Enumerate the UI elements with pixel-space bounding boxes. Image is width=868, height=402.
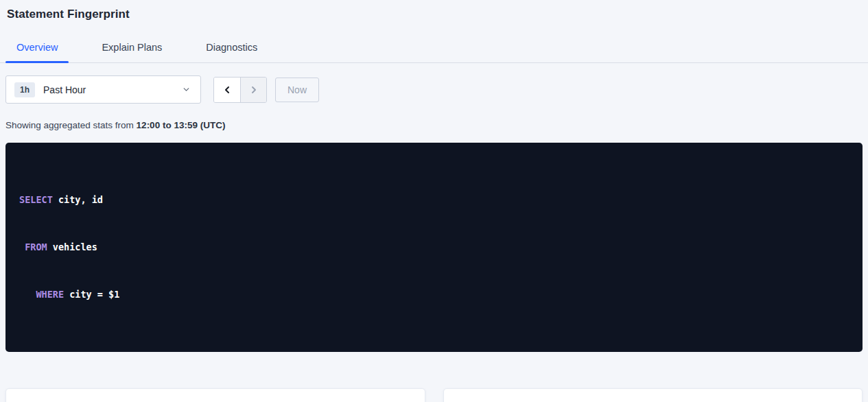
tab-overview[interactable]: Overview — [5, 33, 69, 62]
time-nav-arrows — [213, 77, 267, 103]
sql-indent — [19, 289, 36, 300]
sql-line: WHERE city = $1 — [19, 287, 849, 303]
previous-interval-button[interactable] — [214, 78, 240, 102]
sql-line: SELECT city, id — [19, 192, 849, 208]
next-interval-button[interactable] — [240, 78, 266, 102]
execution-attributes-card: Failed? No Full scan? No Vectorized exec… — [443, 388, 863, 402]
aggregated-stats-summary: Showing aggregated stats from 12:00 to 1… — [5, 120, 863, 130]
sql-line: FROM vehicles — [19, 239, 849, 255]
interval-badge: 1h — [14, 82, 35, 97]
statement-details-card: Nodes N1 Regions Database movr Applicati… — [5, 388, 425, 402]
tab-explain-plans-label: Explain Plans — [102, 42, 162, 53]
sql-keyword: WHERE — [36, 289, 64, 300]
chevron-down-icon — [182, 85, 191, 94]
stats-summary-prefix: Showing aggregated stats from — [5, 120, 137, 130]
time-picker-row: 1h Past Hour Now — [5, 75, 863, 104]
time-range-dropdown[interactable]: 1h Past Hour — [5, 75, 201, 104]
tab-explain-plans[interactable]: Explain Plans — [91, 33, 173, 62]
sql-text: city, id — [53, 194, 103, 205]
now-button[interactable]: Now — [275, 78, 319, 102]
sql-keyword: FROM — [25, 241, 47, 252]
chevron-right-icon — [248, 84, 259, 95]
tab-diagnostics-label: Diagnostics — [206, 42, 257, 53]
tab-overview-label: Overview — [16, 42, 58, 53]
tab-diagnostics[interactable]: Diagnostics — [195, 33, 268, 62]
page-title: Statement Fingerprint — [7, 8, 861, 21]
interval-label: Past Hour — [43, 84, 182, 95]
summary-cards-row: Nodes N1 Regions Database movr Applicati… — [5, 388, 863, 402]
chevron-left-icon — [222, 84, 233, 95]
sql-text: city = $1 — [64, 289, 119, 300]
page-header: Statement Fingerprint — [0, 0, 868, 21]
stats-summary-range: 12:00 to 13:59 (UTC) — [137, 120, 226, 130]
sql-keyword: SELECT — [19, 194, 53, 205]
sql-text: vehicles — [47, 241, 97, 252]
tab-bar: Overview Explain Plans Diagnostics — [0, 33, 868, 63]
sql-indent — [19, 241, 25, 252]
sql-statement-box: SELECT city, id FROM vehicles WHERE city… — [5, 143, 863, 352]
